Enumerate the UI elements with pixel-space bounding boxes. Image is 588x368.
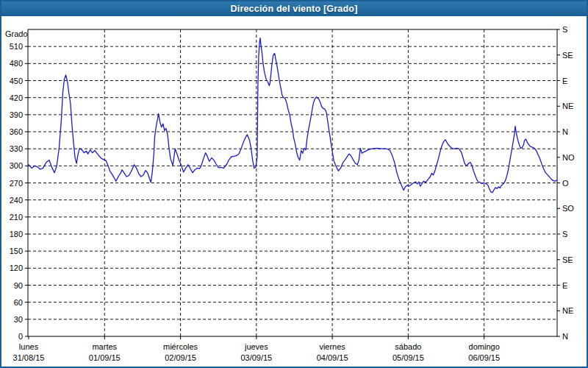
right-axis-compass-label: E <box>562 77 567 85</box>
y-axis-tick-label: 510 <box>10 42 23 51</box>
y-axis-tick-label: 150 <box>10 247 23 255</box>
y-axis-tick-label: 480 <box>10 59 23 68</box>
day-date-label: 01/09/15 <box>89 353 121 362</box>
y-axis-tick-label: 450 <box>10 77 23 85</box>
day-name-label: sábado <box>395 342 421 351</box>
wind-direction-line <box>29 38 557 193</box>
day-date-label: 02/09/15 <box>165 353 196 362</box>
right-axis-compass-label: S <box>562 25 567 34</box>
chart-title-bar: Dirección del viento [Grado] <box>1 1 587 16</box>
y-axis-tick-label: 0 <box>18 332 23 341</box>
y-axis-tick-label: 90 <box>14 281 23 290</box>
y-axis-tick-label: 360 <box>10 127 23 136</box>
right-axis-compass-label: E <box>562 281 567 290</box>
y-axis-title: Grado <box>5 29 28 38</box>
right-axis-compass-label: SE <box>562 51 573 60</box>
y-axis-tick-label: 420 <box>10 93 23 102</box>
day-name-label: miércoles <box>163 342 198 351</box>
right-axis-compass-label: N <box>562 127 568 136</box>
y-axis-tick-label: 60 <box>14 298 23 307</box>
day-date-label: 04/09/15 <box>317 353 348 362</box>
y-axis-tick-label: 210 <box>10 213 23 222</box>
day-date-label: 03/09/15 <box>240 353 272 362</box>
day-date-label: 06/09/15 <box>468 353 500 362</box>
right-axis-compass-label: N <box>562 332 568 341</box>
y-axis-tick-label: 30 <box>14 315 23 324</box>
right-axis-compass-label: SO <box>562 204 574 213</box>
right-axis-compass-label: NE <box>562 306 573 315</box>
chart-window: Dirección del viento [Grado] 03060901201… <box>0 0 588 368</box>
y-axis-tick-label: 120 <box>10 263 23 272</box>
y-axis-tick-label: 300 <box>10 161 23 170</box>
y-axis-tick-label: 390 <box>10 110 23 119</box>
day-name-label: martes <box>92 342 117 351</box>
day-name-label: jueves <box>244 342 268 351</box>
right-axis-compass-label: NE <box>562 102 573 110</box>
chart-title: Dirección del viento [Grado] <box>231 4 358 14</box>
day-name-label: viernes <box>319 342 345 351</box>
y-axis-tick-label: 180 <box>10 230 23 238</box>
chart-canvas: 0306090120150180210240270300330360390420… <box>1 16 587 367</box>
day-name-label: domingo <box>469 342 500 351</box>
day-date-label: 05/09/15 <box>392 353 424 362</box>
right-axis-compass-label: O <box>562 179 569 188</box>
right-axis-compass-label: NO <box>562 153 575 162</box>
y-axis-tick-label: 330 <box>10 144 23 153</box>
day-name-label: lunes <box>19 342 39 351</box>
right-axis-compass-label: S <box>562 230 567 238</box>
y-axis-tick-label: 240 <box>10 196 23 205</box>
y-axis-tick-label: 270 <box>10 179 23 188</box>
right-axis-compass-label: SE <box>562 255 573 264</box>
day-date-label: 31/08/15 <box>13 353 45 362</box>
